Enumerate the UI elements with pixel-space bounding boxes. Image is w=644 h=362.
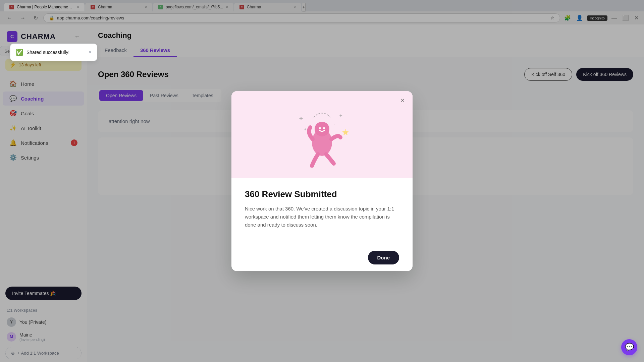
modal-360-submitted: × ✦ ✦ ⭐ ✦ ·: [231, 91, 413, 271]
chat-widget-button[interactable]: 💬: [621, 339, 637, 355]
svg-point-7: [319, 127, 321, 129]
modal-illustration: ✦ ✦ ⭐ ✦ ·: [231, 91, 413, 178]
svg-text:·: ·: [334, 123, 335, 126]
modal-done-button[interactable]: Done: [368, 251, 399, 264]
modal-body-text: Nice work on that 360. We've created a d…: [245, 205, 399, 229]
toast-notification: ✅ Shared successfully! ×: [10, 44, 97, 61]
modal-title: 360 Review Submitted: [245, 189, 399, 199]
svg-text:✦: ✦: [339, 113, 343, 118]
modal-close-button[interactable]: ×: [398, 96, 407, 105]
svg-point-8: [323, 127, 325, 129]
svg-text:✦: ✦: [299, 115, 304, 122]
modal-body: 360 Review Submitted Nice work on that 3…: [231, 178, 413, 244]
modal-footer: Done: [231, 244, 413, 271]
svg-text:⭐: ⭐: [342, 129, 349, 135]
svg-point-6: [315, 122, 329, 136]
chat-widget-icon: 💬: [625, 343, 634, 352]
svg-text:✦: ✦: [304, 127, 307, 132]
dancing-figure-svg: ✦ ✦ ⭐ ✦ ·: [295, 107, 349, 168]
toast-close-button[interactable]: ×: [89, 49, 92, 55]
toast-success-icon: ✅: [16, 49, 23, 56]
toast-message: Shared successfully!: [26, 50, 85, 55]
